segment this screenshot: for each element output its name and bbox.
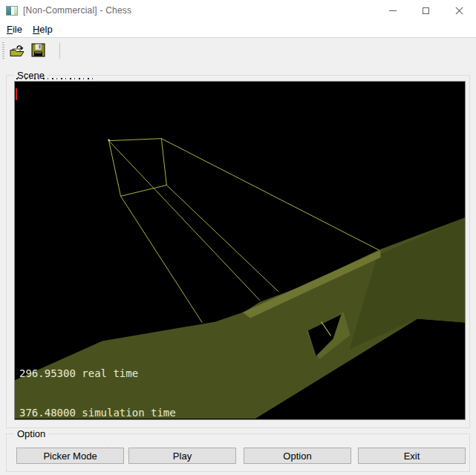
stat-simulation-time: 376.48000 simulation time (19, 407, 176, 420)
option-button[interactable]: Option (244, 448, 351, 464)
window-titlebar: [Non-Commercial] - Chess (0, 0, 476, 21)
save-file-icon (31, 43, 45, 57)
maximize-button[interactable] (409, 0, 443, 21)
minimize-button[interactable] (376, 0, 409, 21)
menu-item-file[interactable]: File (1, 22, 27, 36)
render-artifact-dashes (16, 78, 94, 79)
save-file-button[interactable] (29, 41, 48, 59)
app-window: [Non-Commercial] - Chess File Help (0, 0, 476, 475)
maximize-icon (423, 7, 429, 14)
toolbar-gripper[interactable] (2, 42, 4, 59)
vertex-marker (108, 140, 110, 141)
option-label: Option (14, 428, 48, 439)
app-icon-stripe-green (14, 7, 17, 15)
app-icon (6, 6, 18, 16)
menubar: File Help (0, 21, 476, 38)
open-file-icon (10, 44, 25, 57)
close-button[interactable] (443, 0, 476, 21)
stat-real-time: 296.95300 real time (19, 367, 176, 381)
menu-item-help[interactable]: Help (27, 22, 58, 36)
window-title: [Non-Commercial] - Chess (23, 5, 131, 16)
minimize-icon (389, 10, 397, 11)
window-controls (376, 0, 476, 21)
toolbar (0, 38, 476, 62)
exit-button[interactable]: Exit (358, 448, 466, 464)
scene-viewport[interactable]: 296.95300 real time 376.48000 simulation… (14, 81, 466, 420)
open-file-button[interactable] (8, 41, 27, 59)
toolbar-separator (59, 42, 60, 59)
red-axis-tick (16, 88, 17, 100)
play-button[interactable]: Play (128, 448, 236, 464)
picker-mode-button[interactable]: Picker Mode (16, 448, 124, 464)
close-icon (454, 6, 464, 16)
